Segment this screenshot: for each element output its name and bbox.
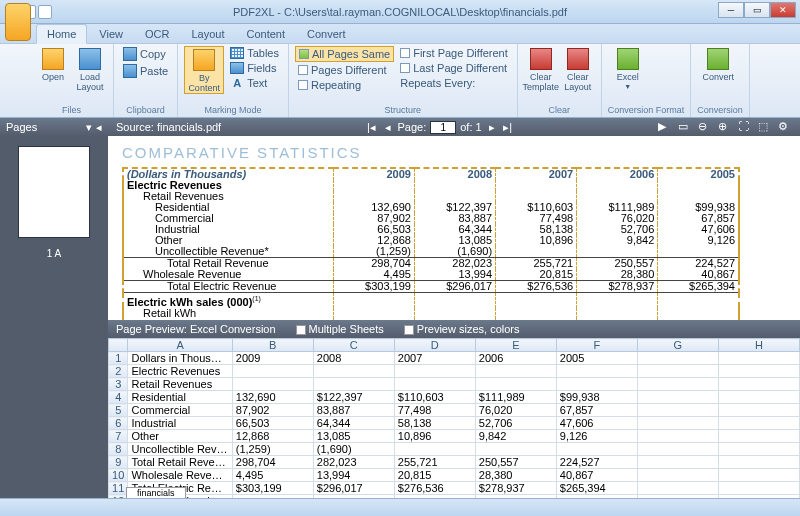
pages-different-button[interactable]: Pages Different: [295, 63, 394, 77]
all-pages-same-button[interactable]: All Pages Same: [295, 46, 394, 62]
pages-panel: Pages ▾◂ 1 A: [0, 118, 108, 498]
source-header: Source: financials.pdf |◂ ◂ Page: of: 1 …: [108, 118, 800, 136]
tables-icon: [230, 47, 244, 59]
repeating-button[interactable]: Repeating: [295, 78, 394, 92]
multiple-sheets-checkbox[interactable]: Multiple Sheets: [296, 323, 384, 335]
tab-view[interactable]: View: [89, 25, 133, 43]
fit-page-icon[interactable]: ⬚: [758, 120, 772, 134]
filter-icon[interactable]: ▾: [86, 121, 92, 134]
check-icon: [298, 80, 308, 90]
content-icon: [193, 49, 215, 71]
excel-format-button[interactable]: Excel▼: [608, 46, 648, 92]
text-button[interactable]: AText: [227, 76, 282, 90]
layout-icon: [79, 48, 101, 70]
window-title: PDF2XL - C:\Users\tal.rayman.COGNILOCAL\…: [233, 6, 567, 18]
by-content-button[interactable]: By Content: [184, 46, 224, 94]
preview-sizes-checkbox[interactable]: Preview sizes, colors: [404, 323, 520, 335]
page-input[interactable]: [430, 121, 456, 134]
group-marking-label: Marking Mode: [184, 104, 282, 115]
group-clear-label: Clear: [524, 104, 595, 115]
prev-page-button[interactable]: ◂: [382, 121, 394, 134]
excel-grid[interactable]: ABCDEFGH1Dollars in Thous…20092008200720…: [108, 338, 800, 498]
tables-button[interactable]: Tables: [227, 46, 282, 60]
tab-convert[interactable]: Convert: [297, 25, 356, 43]
clear-template-icon: [530, 48, 552, 70]
fields-button[interactable]: Fields: [227, 61, 282, 75]
document-table[interactable]: (Dollars in Thousands)200920082007200620…: [122, 167, 740, 320]
maximize-button[interactable]: ▭: [744, 2, 770, 18]
copy-button[interactable]: Copy: [120, 46, 171, 62]
clear-layout-button[interactable]: Clear Layout: [561, 46, 595, 92]
next-page-button[interactable]: ▸: [486, 121, 498, 134]
pointer-tool-icon[interactable]: ▶: [658, 120, 672, 134]
sheet-tab[interactable]: financials: [126, 487, 186, 498]
open-icon: [42, 48, 64, 70]
qat-btn-3[interactable]: [38, 5, 52, 19]
group-convfmt-label: Conversion Format: [608, 104, 685, 115]
ribbon-tabs: Home View OCR Layout Content Convert: [0, 24, 800, 44]
paste-icon: [123, 64, 137, 78]
check-icon: [299, 49, 309, 59]
convert-icon: [707, 48, 729, 70]
group-clipboard-label: Clipboard: [120, 104, 171, 115]
check-icon: [400, 63, 410, 73]
convert-button[interactable]: Convert: [697, 46, 739, 82]
document-title: COMPARATIVE STATISTICS: [122, 144, 786, 161]
fields-icon: [230, 62, 244, 74]
preview-header: Page Preview: Excel Conversion Multiple …: [108, 320, 800, 338]
excel-preview[interactable]: ABCDEFGH1Dollars in Thous…20092008200720…: [108, 338, 800, 498]
repeats-every-label: Repeats Every:: [397, 76, 511, 90]
fit-width-icon[interactable]: ⛶: [738, 120, 752, 134]
last-page-button[interactable]: ▸|: [502, 121, 514, 134]
preview-label: Page Preview: Excel Conversion: [116, 323, 276, 335]
close-panel-icon[interactable]: ◂: [96, 121, 102, 134]
first-page-diff-button: First Page Different: [397, 46, 511, 60]
minimize-button[interactable]: ─: [718, 2, 744, 18]
group-structure-label: Structure: [295, 104, 511, 115]
excel-icon: [617, 48, 639, 70]
source-label: Source: financials.pdf: [116, 121, 221, 133]
open-button[interactable]: Open: [36, 46, 70, 82]
group-files-label: Files: [36, 104, 107, 115]
clear-layout-icon: [567, 48, 589, 70]
settings-icon[interactable]: ⚙: [778, 120, 792, 134]
check-icon: [298, 65, 308, 75]
ribbon: Open Load Layout Files Copy Paste Clipbo…: [0, 44, 800, 118]
tab-content[interactable]: Content: [236, 25, 295, 43]
copy-icon: [123, 47, 137, 61]
thumbnail-label: 1 A: [0, 248, 108, 259]
zoom-in-icon[interactable]: ⊕: [718, 120, 732, 134]
page-thumbnail[interactable]: [18, 146, 90, 238]
clear-template-button[interactable]: Clear Template: [524, 46, 558, 92]
group-conv-label: Conversion: [697, 104, 743, 115]
titlebar: PDF2XL - C:\Users\tal.rayman.COGNILOCAL\…: [0, 0, 800, 24]
document-area[interactable]: COMPARATIVE STATISTICS (Dollars in Thous…: [108, 136, 800, 320]
zoom-out-icon[interactable]: ⊖: [698, 120, 712, 134]
rect-tool-icon[interactable]: ▭: [678, 120, 692, 134]
paste-button[interactable]: Paste: [120, 63, 171, 79]
tab-layout[interactable]: Layout: [181, 25, 234, 43]
close-button[interactable]: ✕: [770, 2, 796, 18]
pages-panel-header: Pages ▾◂: [0, 118, 108, 136]
status-bar: [0, 498, 800, 516]
last-page-diff-button: Last Page Different: [397, 61, 511, 75]
tab-home[interactable]: Home: [36, 24, 87, 44]
load-layout-button[interactable]: Load Layout: [73, 46, 107, 92]
tab-ocr[interactable]: OCR: [135, 25, 179, 43]
check-icon: [400, 48, 410, 58]
text-icon: A: [230, 77, 244, 89]
app-menu-icon[interactable]: [5, 3, 31, 41]
first-page-button[interactable]: |◂: [366, 121, 378, 134]
